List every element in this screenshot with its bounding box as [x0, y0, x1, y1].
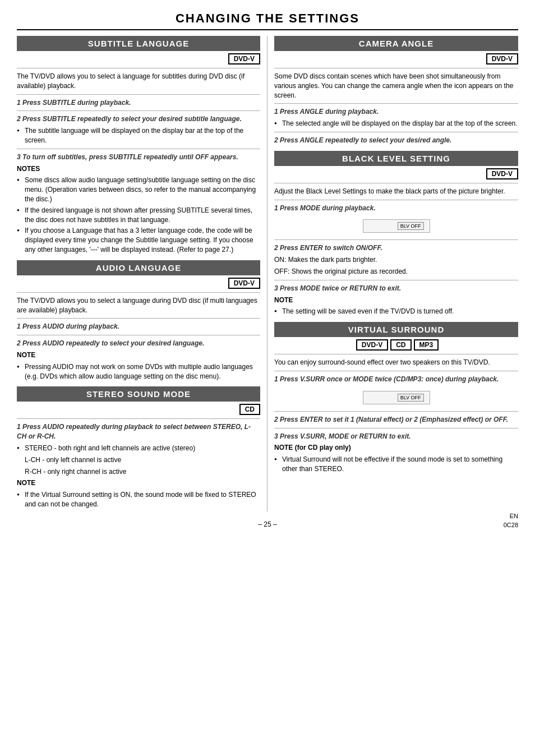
subtitle-bullet1: The subtitle language will be displayed …: [17, 126, 260, 145]
virtual-surround-note1: Virtual Surround will not be effective i…: [274, 455, 518, 474]
camera-dvd-badge: DVD-V: [486, 53, 518, 64]
audio-step2: 2 Press AUDIO repeatedly to select your …: [17, 339, 260, 348]
stereo-step1: 1 Press AUDIO repeatedly during playback…: [17, 422, 260, 441]
virtual-surround-step2: 2 Press ENTER to set it 1 (Natural effec…: [274, 415, 518, 425]
stereo-bullet1: STEREO - both right and left channels ar…: [17, 444, 260, 453]
footer-code: 0C28: [504, 522, 518, 528]
virtual-surround-display: BLV OFF: [363, 391, 430, 404]
stereo-note-label: NOTE: [17, 478, 260, 488]
black-level-badge-row: DVD-V: [274, 168, 518, 179]
virtual-surround-section: VIRTUAL SURROUND DVD-V CD MP3 You can en…: [274, 322, 518, 474]
audio-language-section: AUDIO LANGUAGE DVD-V The TV/DVD allows y…: [17, 260, 260, 381]
stereo-lch: L-CH - only left channel is active: [17, 455, 260, 465]
camera-badge-row: DVD-V: [274, 53, 518, 64]
subtitle-note2: If the desired language is not shown aft…: [17, 206, 260, 225]
subtitle-badge-row: DVD-V: [17, 53, 260, 64]
virtual-surround-step1: 1 Press V.SURR once or MODE twice (CD/MP…: [274, 375, 518, 384]
page-title: CHANGING THE SETTINGS: [17, 11, 518, 30]
left-column: SUBTITLE LANGUAGE DVD-V The TV/DVD allow…: [17, 36, 268, 511]
right-column: CAMERA ANGLE DVD-V Some DVD discs contai…: [268, 36, 518, 511]
virtual-surround-cd-badge: CD: [390, 339, 411, 351]
stereo-sound-header: STEREO SOUND MODE: [17, 386, 260, 402]
stereo-sound-section: STEREO SOUND MODE CD 1 Press AUDIO repea…: [17, 386, 260, 509]
black-level-on-text: ON: Makes the dark parts brighter.: [274, 255, 518, 265]
virtual-surround-note-label: NOTE (for CD play only): [274, 443, 518, 453]
camera-intro: Some DVD discs contain scenes which have…: [274, 72, 518, 100]
black-level-section: BLACK LEVEL SETTING DVD-V Adjust the Bla…: [274, 151, 518, 316]
blv-display-text: BLV OFF: [398, 222, 424, 230]
black-level-display-wrapper: BLV OFF: [274, 216, 518, 236]
subtitle-dvd-badge: DVD-V: [228, 53, 260, 64]
stereo-note1: If the Virtual Surround setting is ON, t…: [17, 490, 260, 509]
footer-lang: EN: [510, 513, 518, 519]
stereo-cd-badge: CD: [239, 404, 260, 415]
audio-note-label: NOTE: [17, 351, 260, 360]
black-level-step1: 1 Press MODE during playback.: [274, 204, 518, 213]
subtitle-step2: 2 Press SUBTITLE repeatedly to select yo…: [17, 114, 260, 124]
page-number: – 25 –: [258, 520, 276, 528]
subtitle-language-section: SUBTITLE LANGUAGE DVD-V The TV/DVD allow…: [17, 36, 260, 255]
camera-angle-section: CAMERA ANGLE DVD-V Some DVD discs contai…: [274, 36, 518, 145]
stereo-badge-row: CD: [17, 404, 260, 415]
audio-note-list: Pressing AUDIO may not work on some DVDs…: [17, 362, 260, 381]
stereo-bullet-list: STEREO - both right and left channels ar…: [17, 444, 260, 453]
stereo-note-list: If the Virtual Surround setting is ON, t…: [17, 490, 260, 509]
subtitle-intro: The TV/DVD allows you to select a langua…: [17, 72, 260, 91]
audio-language-header: AUDIO LANGUAGE: [17, 260, 260, 275]
virtual-surround-mp3-badge: MP3: [414, 339, 439, 351]
virtual-surround-header: VIRTUAL SURROUND: [274, 322, 518, 337]
black-level-note-list: The setting will be saved even if the TV…: [274, 307, 518, 316]
virtual-surround-step3: 3 Press V.SURR, MODE or RETURN to exit.: [274, 432, 518, 441]
audio-badge-row: DVD-V: [17, 278, 260, 289]
audio-note1: Pressing AUDIO may not work on some DVDs…: [17, 362, 260, 381]
black-level-step2: 2 Press ENTER to switch ON/OFF.: [274, 243, 518, 253]
audio-step1: 1 Press AUDIO during playback.: [17, 322, 260, 331]
virtual-surround-intro: You can enjoy surround-sound effect over…: [274, 358, 518, 367]
audio-intro: The TV/DVD allows you to select a langua…: [17, 296, 260, 315]
subtitle-step3: 3 To turn off subtitles, press SUBTITLE …: [17, 153, 260, 162]
black-level-step3: 3 Press MODE twice or RETURN to exit.: [274, 284, 518, 293]
black-level-dvd-badge: DVD-V: [486, 168, 518, 179]
black-level-header: BLACK LEVEL SETTING: [274, 151, 518, 166]
black-level-intro: Adjust the Black Level Settings to make …: [274, 187, 518, 196]
audio-dvd-badge: DVD-V: [228, 278, 260, 289]
black-level-note1: The setting will be saved even if the TV…: [274, 307, 518, 316]
virtual-surround-display-wrapper: BLV OFF: [274, 388, 518, 408]
stereo-rch: R-CH - only right channel is active: [17, 467, 260, 477]
camera-bullet1: The selected angle will be displayed on …: [274, 119, 518, 128]
black-level-off-text: OFF: Shows the original picture as recor…: [274, 267, 518, 276]
camera-bullet-list: The selected angle will be displayed on …: [274, 119, 518, 128]
subtitle-step1: 1 Press SUBTITLE during playback.: [17, 98, 260, 108]
virtual-surround-note-list: Virtual Surround will not be effective i…: [274, 455, 518, 474]
camera-angle-header: CAMERA ANGLE: [274, 36, 518, 51]
camera-step2: 2 Press ANGLE repeatedly to select your …: [274, 136, 518, 145]
subtitle-bullet-list: The subtitle language will be displayed …: [17, 126, 260, 145]
page-footer: EN – 25 – 0C28: [17, 520, 518, 528]
black-level-display: BLV OFF: [363, 219, 430, 233]
subtitle-note3: If you choose a Language that has a 3 le…: [17, 226, 260, 254]
subtitle-notes-label: NOTES: [17, 164, 260, 174]
virtual-surround-dvd-badge: DVD-V: [356, 339, 388, 351]
subtitle-note1: Some discs allow audio language setting/…: [17, 176, 260, 204]
subtitle-notes-list: Some discs allow audio language setting/…: [17, 176, 260, 254]
subtitle-language-header: SUBTITLE LANGUAGE: [17, 36, 260, 51]
virtual-surround-badge-row: DVD-V CD MP3: [274, 339, 518, 351]
vsurr-display-text: BLV OFF: [398, 394, 424, 402]
camera-step1: 1 Press ANGLE during playback.: [274, 107, 518, 117]
black-level-note-label: NOTE: [274, 296, 518, 305]
